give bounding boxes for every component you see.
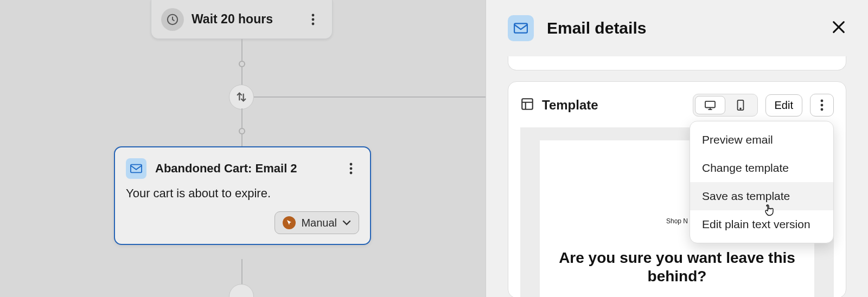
template-card: Template Edit S Shop N xyxy=(508,81,846,297)
wait-node-menu-button[interactable] xyxy=(305,14,321,25)
connector-line xyxy=(241,39,242,61)
connector-line xyxy=(254,96,486,98)
svg-point-15 xyxy=(821,100,824,102)
svg-point-3 xyxy=(312,22,315,25)
swap-icon[interactable] xyxy=(229,85,254,109)
wait-node-label: Wait 20 hours xyxy=(192,12,305,27)
connector-line xyxy=(241,108,242,128)
mail-icon xyxy=(508,15,534,41)
email-node[interactable]: Abandoned Cart: Email 2 Your cart is abo… xyxy=(114,146,371,245)
preview-headline: Are you sure you want leave this behind? xyxy=(540,249,814,285)
svg-point-2 xyxy=(312,18,315,21)
template-label: Template xyxy=(542,98,685,113)
menu-preview-email[interactable]: Preview email xyxy=(690,126,833,154)
connector-line xyxy=(241,67,242,86)
connector-line xyxy=(241,134,242,146)
connector-node[interactable] xyxy=(239,128,245,134)
svg-point-7 xyxy=(350,172,353,175)
chevron-down-icon xyxy=(342,220,351,225)
manual-label: Manual xyxy=(301,217,337,229)
email-node-menu-button[interactable] xyxy=(343,163,359,175)
connector-node[interactable] xyxy=(239,61,245,67)
svg-rect-4 xyxy=(131,165,142,173)
template-menu-dropdown: Preview email Change template Save as te… xyxy=(690,121,834,243)
menu-change-template[interactable]: Change template xyxy=(690,154,833,182)
svg-rect-8 xyxy=(514,23,527,33)
wait-node[interactable]: Wait 20 hours xyxy=(151,0,333,39)
mail-icon xyxy=(126,158,146,179)
menu-save-as-template[interactable]: Save as template xyxy=(690,182,833,210)
template-icon xyxy=(520,97,534,113)
preview-shop-link: Shop N xyxy=(666,217,688,225)
svg-rect-12 xyxy=(705,101,715,108)
clock-icon xyxy=(161,8,184,31)
manual-dropdown[interactable]: Manual xyxy=(275,211,359,234)
menu-edit-plain-text[interactable]: Edit plain text version xyxy=(690,210,833,238)
svg-point-14 xyxy=(740,108,741,109)
side-panel: Email details Template Edit xyxy=(486,0,868,297)
panel-title: Email details xyxy=(547,19,818,37)
mobile-toggle[interactable] xyxy=(725,96,756,114)
email-node-subtitle: Your cart is about to expire. xyxy=(126,186,359,201)
desktop-toggle[interactable] xyxy=(695,96,725,114)
cursor-icon xyxy=(283,216,296,229)
flow-canvas: Wait 20 hours Abandoned Cart: Email 2 Yo… xyxy=(0,0,486,297)
svg-point-1 xyxy=(312,14,315,16)
svg-point-16 xyxy=(821,104,824,107)
email-node-title: Abandoned Cart: Email 2 xyxy=(155,162,297,176)
svg-point-5 xyxy=(350,163,353,166)
svg-point-17 xyxy=(821,108,824,111)
edit-button[interactable]: Edit xyxy=(765,94,802,117)
close-button[interactable] xyxy=(831,20,846,37)
device-toggle xyxy=(693,94,758,117)
cursor-pointer-icon xyxy=(763,204,775,221)
add-step-button[interactable] xyxy=(229,284,254,297)
svg-rect-9 xyxy=(522,99,533,109)
svg-point-6 xyxy=(350,167,353,170)
template-menu-button[interactable] xyxy=(810,94,834,117)
card-edge xyxy=(508,56,846,70)
